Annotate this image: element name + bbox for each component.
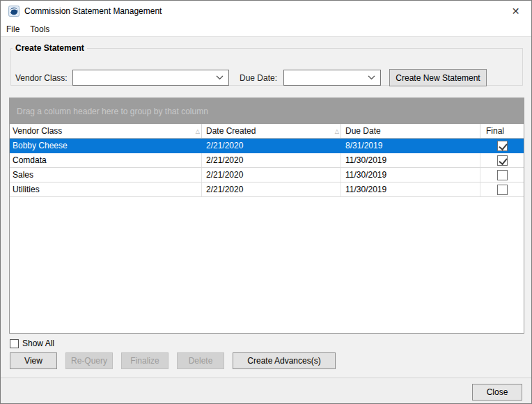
group-by-band[interactable]: Drag a column header here to group by th… xyxy=(10,98,524,124)
table-row[interactable]: Sales2/21/202011/30/2019 xyxy=(10,168,524,182)
view-button[interactable]: View xyxy=(10,352,57,369)
cell-date-created: 2/21/2020 xyxy=(202,168,341,182)
cell-final xyxy=(480,153,524,167)
delete-button[interactable]: Delete xyxy=(177,352,224,369)
final-checkbox[interactable] xyxy=(497,155,508,166)
show-all-checkbox[interactable]: Show All xyxy=(10,339,54,348)
cell-vendor-class: Sales xyxy=(10,168,202,182)
cell-final xyxy=(480,139,524,153)
grid-header-row: Vendor Class△Date Created△Due DateFinal xyxy=(10,124,524,139)
action-button-row: ViewRe-QueryFinalizeDeleteCreate Advance… xyxy=(10,352,336,369)
cell-vendor-class: Bobby Cheese xyxy=(10,139,202,153)
table-row[interactable]: Utilities2/21/202011/30/2019 xyxy=(10,182,524,197)
create-statement-group: Create Statement Vendor Class: Due Date:… xyxy=(10,43,523,86)
menu-tools[interactable]: Tools xyxy=(25,22,54,36)
chevron-down-icon xyxy=(368,75,375,80)
show-all-label: Show All xyxy=(22,339,54,348)
vendor-class-label: Vendor Class: xyxy=(15,73,72,83)
final-checkbox[interactable] xyxy=(497,141,508,151)
grid-body: Bobby Cheese2/21/20208/31/2019Comdata2/2… xyxy=(10,139,524,333)
cell-vendor-class: Utilities xyxy=(10,182,202,196)
column-header-label: Final xyxy=(486,126,504,136)
column-header-due-date[interactable]: Due Date xyxy=(341,124,480,138)
column-header-final[interactable]: Final xyxy=(480,124,524,138)
re-query-button[interactable]: Re-Query xyxy=(65,352,113,369)
column-header-date-created[interactable]: Date Created△ xyxy=(202,124,341,138)
dialog-footer: Close xyxy=(1,378,531,404)
commission-statement-window: Commission Statement Management ✕ File T… xyxy=(0,0,532,404)
column-header-label: Vendor Class xyxy=(13,126,62,136)
cell-due-date: 11/30/2019 xyxy=(341,168,480,182)
close-button[interactable]: Close xyxy=(472,384,522,401)
column-header-vendor-class[interactable]: Vendor Class△ xyxy=(10,124,202,138)
title-bar: Commission Statement Management ✕ xyxy=(1,1,531,22)
due-date-combobox[interactable] xyxy=(283,70,381,86)
cell-final xyxy=(480,182,524,196)
cell-due-date: 11/30/2019 xyxy=(341,153,480,167)
cell-date-created: 2/21/2020 xyxy=(202,153,341,167)
chevron-down-icon xyxy=(216,75,224,80)
table-row[interactable]: Bobby Cheese2/21/20208/31/2019 xyxy=(10,139,524,153)
final-checkbox[interactable] xyxy=(497,185,508,195)
due-date-label: Due Date: xyxy=(240,73,283,83)
sort-indicator-icon: △ xyxy=(196,128,200,134)
cell-date-created: 2/21/2020 xyxy=(202,182,341,196)
vendor-class-combobox[interactable] xyxy=(72,70,229,86)
menu-file[interactable]: File xyxy=(1,22,24,36)
create-new-statement-button[interactable]: Create New Statement xyxy=(389,69,487,86)
sort-indicator-icon: △ xyxy=(335,128,339,134)
final-checkbox[interactable] xyxy=(497,170,508,180)
app-icon xyxy=(8,6,19,17)
column-header-label: Due Date xyxy=(345,126,381,136)
checkbox-box[interactable] xyxy=(10,339,19,348)
window-title: Commission Statement Management xyxy=(24,6,162,16)
cell-final xyxy=(480,168,524,182)
cell-due-date: 8/31/2019 xyxy=(341,139,480,153)
menu-bar: File Tools xyxy=(1,22,531,37)
create-advances-s-button[interactable]: Create Advances(s) xyxy=(233,352,336,369)
finalize-button[interactable]: Finalize xyxy=(121,352,169,369)
column-header-label: Date Created xyxy=(206,126,256,136)
window-close-button[interactable]: ✕ xyxy=(500,1,531,22)
table-row[interactable]: Comdata2/21/202011/30/2019 xyxy=(10,153,524,168)
cell-date-created: 2/21/2020 xyxy=(202,139,341,153)
create-statement-group-label: Create Statement xyxy=(13,43,87,53)
cell-due-date: 11/30/2019 xyxy=(341,182,480,196)
statements-grid: Drag a column header here to group by th… xyxy=(9,98,524,334)
cell-vendor-class: Comdata xyxy=(10,153,202,167)
